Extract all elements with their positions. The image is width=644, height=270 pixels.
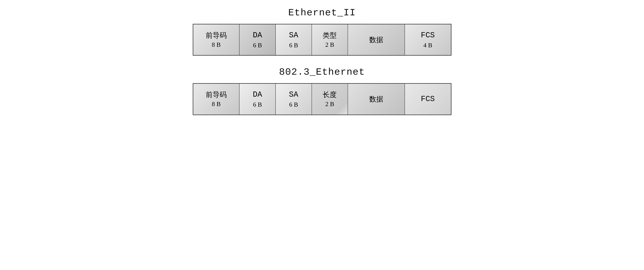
cell-label: FCS: [408, 94, 447, 104]
cell-label: SA: [280, 89, 308, 100]
ethernet-8023-table: 前导码 8 B DA 6 B SA 6 B 长度 2 B 数据: [193, 83, 452, 115]
ethernet-8023-section: 802.3_Ethernet 前导码 8 B DA 6 B SA: [193, 67, 452, 115]
cell-sublabel: 8 B: [197, 40, 236, 49]
cell-sublabel: 6 B: [280, 41, 308, 50]
cell-label: 数据: [352, 35, 401, 45]
cell-sublabel: 4 B: [408, 41, 447, 50]
cell-sublabel: 8 B: [197, 100, 236, 108]
cell-sublabel: 2 B: [316, 100, 344, 108]
ethernet-8023-data: 数据: [348, 84, 404, 115]
ethernet-8023-row: 前导码 8 B DA 6 B SA 6 B 长度 2 B 数据: [193, 84, 451, 115]
cell-label: FCS: [408, 30, 447, 41]
ethernet-ii-section: Ethernet_II 前导码 8 B DA 6 B SA: [193, 8, 452, 56]
ethernet-8023-preamble: 前导码 8 B: [193, 84, 239, 115]
ethernet-ii-sa: SA 6 B: [276, 24, 312, 56]
ethernet-8023-da: DA 6 B: [239, 84, 276, 115]
ethernet-ii-data: 数据: [348, 24, 404, 56]
ethernet-ii-title: Ethernet_II: [193, 8, 452, 18]
cell-label: 前导码: [197, 30, 236, 40]
ethernet-8023-fcs: FCS: [405, 84, 451, 115]
cell-label: DA: [243, 30, 272, 41]
cell-label: SA: [280, 30, 308, 41]
ethernet-ii-type: 类型 2 B: [312, 24, 348, 56]
cell-sublabel: 6 B: [280, 100, 308, 109]
ethernet-8023-sa: SA 6 B: [276, 84, 312, 115]
ethernet-ii-row: 前导码 8 B DA 6 B SA 6 B 类型 2 B 数据: [193, 24, 451, 56]
ethernet-ii-fcs: FCS 4 B: [405, 24, 451, 56]
cell-sublabel: 6 B: [243, 100, 272, 109]
cell-sublabel: 6 B: [243, 41, 272, 50]
ethernet-8023-title: 802.3_Ethernet: [193, 67, 452, 78]
cell-sublabel: 2 B: [316, 40, 344, 49]
cell-label: 类型: [316, 30, 344, 40]
cell-label: 数据: [352, 94, 401, 104]
ethernet-8023-length: 长度 2 B: [312, 84, 348, 115]
ethernet-ii-preamble: 前导码 8 B: [193, 24, 239, 56]
cell-label: 前导码: [197, 90, 236, 100]
ethernet-ii-table: 前导码 8 B DA 6 B SA 6 B 类型 2 B 数据: [193, 24, 452, 56]
cell-label: DA: [243, 89, 272, 100]
cell-label: 长度: [316, 90, 344, 100]
ethernet-ii-da: DA 6 B: [239, 24, 276, 56]
